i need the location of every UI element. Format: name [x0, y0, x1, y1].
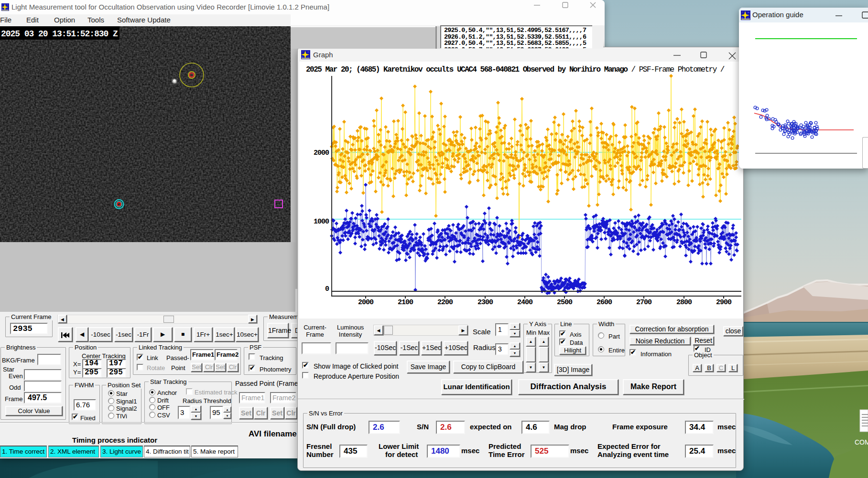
- svg-text:2900: 2900: [716, 298, 732, 307]
- svg-text:2300: 2300: [477, 298, 493, 307]
- svg-text:2800: 2800: [676, 298, 692, 307]
- svg-text:1000: 1000: [314, 218, 329, 226]
- svg-text:COM: COM: [855, 438, 868, 446]
- svg-text:2700: 2700: [636, 298, 652, 307]
- svg-text:2000: 2000: [314, 149, 329, 157]
- svg-text:2025 03 20 13:51:52:830 Z: 2025 03 20 13:51:52:830 Z: [1, 29, 118, 39]
- svg-text:2100: 2100: [398, 298, 413, 307]
- svg-text:2400: 2400: [517, 298, 533, 307]
- svg-text:0: 0: [325, 285, 329, 293]
- svg-text:2600: 2600: [597, 298, 612, 307]
- svg-text:2500: 2500: [557, 298, 573, 307]
- svg-text:2200: 2200: [437, 298, 453, 307]
- svg-text:2000: 2000: [358, 298, 374, 307]
